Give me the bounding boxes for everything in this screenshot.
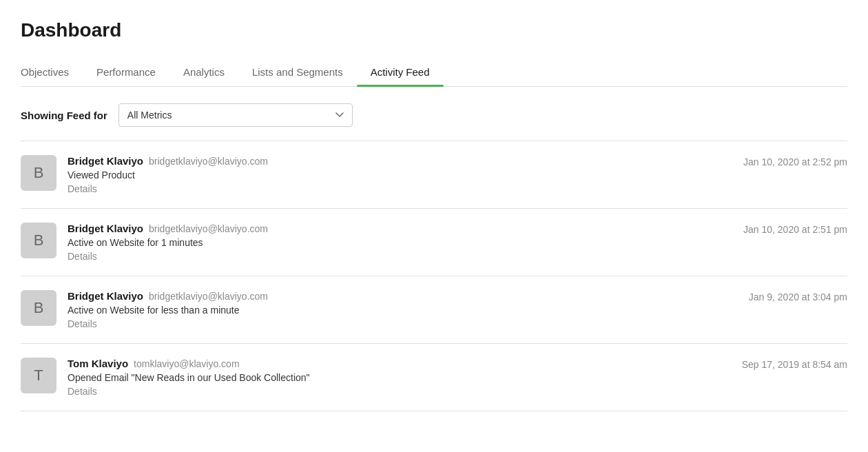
feed-timestamp: Jan 9, 2020 at 3:04 pm bbox=[749, 290, 847, 302]
feed-name: Tom Klaviyo bbox=[68, 358, 128, 369]
filter-row: Showing Feed for All Metrics Viewed Prod… bbox=[21, 103, 847, 141]
tab-objectives[interactable]: Objectives bbox=[21, 58, 83, 86]
tab-analytics[interactable]: Analytics bbox=[169, 58, 238, 86]
feed-email: bridgetklaviyo@klaviyo.com bbox=[149, 156, 268, 167]
feed-action: Active on Website for 1 minutes bbox=[68, 237, 743, 248]
feed-name-row: Bridget Klaviyo bridgetklaviyo@klaviyo.c… bbox=[68, 290, 749, 302]
tab-activity-feed[interactable]: Activity Feed bbox=[357, 58, 444, 86]
feed-name: Bridget Klaviyo bbox=[68, 223, 143, 234]
tab-performance[interactable]: Performance bbox=[83, 58, 169, 86]
feed-item: T Tom Klaviyo tomklaviyo@klaviyo.com Ope… bbox=[21, 344, 847, 411]
feed-list: B Bridget Klaviyo bridgetklaviyo@klaviyo… bbox=[21, 141, 847, 411]
feed-timestamp: Jan 10, 2020 at 2:52 pm bbox=[743, 155, 847, 167]
filter-label: Showing Feed for bbox=[21, 110, 107, 121]
feed-item: B Bridget Klaviyo bridgetklaviyo@klaviyo… bbox=[21, 209, 847, 276]
tabs-nav: Objectives Performance Analytics Lists a… bbox=[21, 58, 847, 87]
feed-item: B Bridget Klaviyo bridgetklaviyo@klaviyo… bbox=[21, 141, 847, 209]
feed-name-row: Bridget Klaviyo bridgetklaviyo@klaviyo.c… bbox=[68, 223, 743, 234]
feed-action: Viewed Product bbox=[68, 170, 743, 181]
feed-name: Bridget Klaviyo bbox=[68, 290, 143, 302]
feed-email: tomklaviyo@klaviyo.com bbox=[134, 358, 239, 369]
feed-action: Active on Website for less than a minute bbox=[68, 305, 749, 316]
feed-name-row: Tom Klaviyo tomklaviyo@klaviyo.com bbox=[68, 358, 742, 369]
avatar: B bbox=[21, 223, 56, 258]
feed-details-link[interactable]: Details bbox=[68, 251, 743, 262]
feed-name-row: Bridget Klaviyo bridgetklaviyo@klaviyo.c… bbox=[68, 155, 743, 167]
feed-email: bridgetklaviyo@klaviyo.com bbox=[149, 291, 268, 302]
feed-email: bridgetklaviyo@klaviyo.com bbox=[149, 223, 268, 234]
filter-select[interactable]: All Metrics Viewed Product Active on Web… bbox=[118, 103, 353, 127]
feed-name: Bridget Klaviyo bbox=[68, 155, 143, 167]
feed-content: Tom Klaviyo tomklaviyo@klaviyo.com Opene… bbox=[68, 358, 742, 397]
feed-details-link[interactable]: Details bbox=[68, 386, 742, 397]
feed-details-link[interactable]: Details bbox=[68, 183, 743, 194]
feed-action: Opened Email "New Reads in our Used Book… bbox=[68, 372, 742, 383]
feed-content: Bridget Klaviyo bridgetklaviyo@klaviyo.c… bbox=[68, 290, 749, 329]
feed-item: B Bridget Klaviyo bridgetklaviyo@klaviyo… bbox=[21, 276, 847, 344]
feed-details-link[interactable]: Details bbox=[68, 318, 749, 329]
feed-content: Bridget Klaviyo bridgetklaviyo@klaviyo.c… bbox=[68, 223, 743, 262]
page-container: Dashboard Objectives Performance Analyti… bbox=[0, 0, 868, 411]
feed-content: Bridget Klaviyo bridgetklaviyo@klaviyo.c… bbox=[68, 155, 743, 194]
avatar: T bbox=[21, 358, 56, 393]
feed-timestamp: Sep 17, 2019 at 8:54 am bbox=[742, 358, 847, 370]
content-area: Showing Feed for All Metrics Viewed Prod… bbox=[21, 87, 847, 411]
tab-lists-segments[interactable]: Lists and Segments bbox=[238, 58, 357, 86]
avatar: B bbox=[21, 290, 56, 326]
avatar: B bbox=[21, 155, 56, 191]
feed-timestamp: Jan 10, 2020 at 2:51 pm bbox=[743, 223, 847, 235]
page-title: Dashboard bbox=[21, 19, 847, 41]
